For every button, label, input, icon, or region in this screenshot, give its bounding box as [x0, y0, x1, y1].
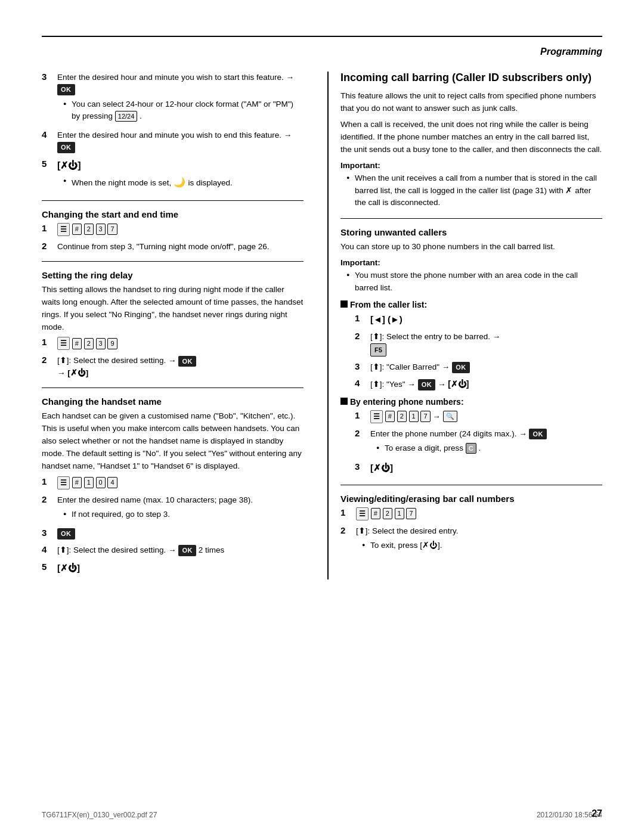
cse-key-2: 2 — [84, 224, 94, 235]
handset-name-section: Changing the handset name Each handset c… — [42, 396, 304, 575]
step-3-content: Enter the desired hour and minute you wi… — [57, 72, 304, 125]
fc-step-4: 4 [⬆]: "Yes" → OK → [✗⏻] — [355, 378, 602, 390]
by-entering-steps: 1 ☰ # 2 1 7 → 🔍 — [355, 410, 602, 475]
storing-unwanted-title: Storing unwanted callers — [340, 227, 602, 237]
icb-body2: When a call is received, the unit does n… — [340, 119, 602, 156]
step-5-bullets: When the night mode is set, 🌙 is display… — [63, 175, 304, 190]
incoming-call-barring-section: Incoming call barring (Caller ID subscri… — [340, 72, 602, 209]
su-body: You can store up to 30 phone numbers in … — [340, 241, 602, 253]
hn-step-5-symbol: [✗⏻] — [57, 563, 80, 573]
su-important-bullets: You must store the phone number with an … — [346, 269, 602, 294]
cse-step-1: 1 ☰ # 2 3 7 — [42, 223, 304, 236]
rd-key-hash: # — [72, 338, 82, 349]
step-3: 3 Enter the desired hour and minute you … — [42, 72, 304, 125]
hn-step-1-num: 1 — [42, 476, 55, 486]
fc-step-4-arrow: → — [438, 380, 448, 389]
step-3-bullet-1: You can select 24-hour or 12-hour clock … — [63, 98, 304, 123]
bp-key-7: 7 — [420, 411, 430, 422]
cse-key-grid: ☰ — [57, 223, 70, 236]
hn-step-3-num: 3 — [42, 528, 55, 538]
rd-symbol: [✗⏻] — [67, 368, 88, 377]
storing-unwanted-section: Storing unwanted callers You can store u… — [340, 227, 602, 475]
header-title: Programming — [540, 46, 602, 57]
fc-step-3-content: [⬆]: "Caller Barred" → OK — [370, 361, 602, 373]
rd-ok: OK — [178, 356, 196, 367]
hn-key-hash: # — [72, 477, 82, 488]
fc-step-4-ok: OK — [418, 379, 436, 390]
icb-important-bullets: When the unit receives a call from a num… — [346, 172, 602, 209]
section-divider-3 — [42, 388, 304, 388]
hn-step-5-num: 5 — [42, 562, 55, 572]
ve-step-1-num: 1 — [340, 507, 354, 517]
rd-key-3: 3 — [96, 338, 106, 349]
fc-step-2: 2 [⬆]: Select the entry to be barred. → … — [355, 331, 602, 356]
step-3-arrow: → — [286, 73, 294, 82]
bp-step-3-symbol: [✗⏻] — [370, 463, 393, 473]
ve-step-2-bullet: To exit, press [✗⏻]. — [362, 540, 602, 551]
hn-step-3-ok: OK — [57, 528, 75, 540]
bp-step-1-num: 1 — [355, 410, 368, 420]
rd-step-1: 1 ☰ # 2 3 9 — [42, 337, 304, 350]
step-5-symbol: [✗⏻] — [57, 160, 81, 170]
hn-step-4: 4 [⬆]: Select the desired setting. → OK … — [42, 544, 304, 556]
bp-search-key: 🔍 — [443, 411, 457, 422]
fc-step-2-num: 2 — [355, 331, 368, 341]
barred-icon: ✗ — [565, 185, 575, 195]
ve-step-1-content: ☰ # 2 1 7 — [356, 507, 602, 520]
cse-step-2: 2 Continue from step 3, "Turning night m… — [42, 241, 304, 253]
hn-step-5-content: [✗⏻] — [57, 562, 304, 575]
rd-step-1-content: ☰ # 2 3 9 — [57, 337, 304, 350]
ve-key-menu: ☰ — [356, 507, 369, 520]
hn-step-3: 3 OK — [42, 528, 304, 540]
fc-step-3-num: 3 — [355, 361, 368, 371]
icb-important-label: Important: — [340, 161, 602, 170]
rd-step-2: 2 [⬆]: Select the desired setting. → OK … — [42, 355, 304, 379]
su-important-label: Important: — [340, 258, 602, 267]
cse-key-3: 3 — [96, 224, 106, 235]
su-important-bullet: You must store the phone number with an … — [346, 269, 602, 294]
rd-step-2-num: 2 — [42, 355, 55, 365]
cse-step-1-content: ☰ # 2 3 7 — [57, 223, 304, 236]
hn-step-2: 2 Enter the desired name (max. 10 charac… — [42, 494, 304, 523]
bp-step-3-num: 3 — [355, 461, 368, 472]
fc-step-4-symbol: [✗⏻] — [448, 379, 469, 389]
right-divider-2 — [340, 485, 602, 485]
step-3-number: 3 — [42, 72, 55, 82]
ve-key-7: 7 — [406, 508, 416, 519]
key-1224: 12/24 — [115, 111, 138, 122]
icb-body1: This feature allows the unit to reject c… — [340, 90, 602, 115]
hn-step-1-content: ☰ # 1 0 4 — [57, 476, 304, 489]
fc-step-1-content: [◄] (►) — [370, 313, 602, 327]
viewing-editing-title: Viewing/editing/erasing bar call numbers — [340, 494, 602, 504]
step-5-content: [✗⏻] When the night mode is set, 🌙 is di… — [57, 159, 304, 192]
hn-step-5: 5 [✗⏻] — [42, 562, 304, 575]
bp-key-menu: ☰ — [370, 410, 383, 423]
bp-step-2-bullet: To erase a digit, press C . — [376, 442, 602, 454]
step-3-ok: OK — [57, 84, 75, 95]
ring-delay-section: Setting the ring delay This setting allo… — [42, 270, 304, 379]
fc-step-2-key: F5 — [370, 343, 386, 357]
bp-step-1: 1 ☰ # 2 1 7 → 🔍 — [355, 410, 602, 423]
cse-step-1-num: 1 — [42, 223, 55, 233]
hn-key-0: 0 — [96, 477, 106, 488]
by-entering-block: By entering phone numbers: 1 ☰ # 2 1 7 — [340, 397, 602, 475]
hn-step-3-content: OK — [57, 528, 304, 540]
step-3-text: Enter the desired hour and minute you wi… — [57, 73, 284, 82]
cse-step-2-content: Continue from step 3, "Turning night mod… — [57, 241, 304, 253]
handset-name-body: Each handset can be given a customised n… — [42, 410, 304, 473]
ve-key-1: 1 — [395, 508, 404, 519]
from-caller-list-header: From the caller list: — [340, 300, 602, 309]
by-entering-label: By entering phone numbers: — [350, 397, 464, 407]
footer-right: 2012/01/30 18:56:54 — [537, 811, 602, 819]
ve-step-2-content: [⬆]: Select the desired entry. To exit, … — [356, 525, 602, 554]
square-bullet-1 — [340, 300, 348, 308]
ve-key-hash: # — [371, 508, 380, 519]
ring-delay-title: Setting the ring delay — [42, 270, 304, 280]
right-divider-1 — [340, 218, 602, 219]
main-content: 3 Enter the desired hour and minute you … — [42, 72, 602, 579]
by-entering-header: By entering phone numbers: — [340, 397, 602, 407]
bp-step-2-content: Enter the phone number (24 digits max.).… — [370, 428, 602, 457]
hn-step-1: 1 ☰ # 1 0 4 — [42, 476, 304, 489]
right-column: Incoming call barring (Caller ID subscri… — [327, 72, 602, 579]
bp-arrow: → — [432, 411, 442, 420]
